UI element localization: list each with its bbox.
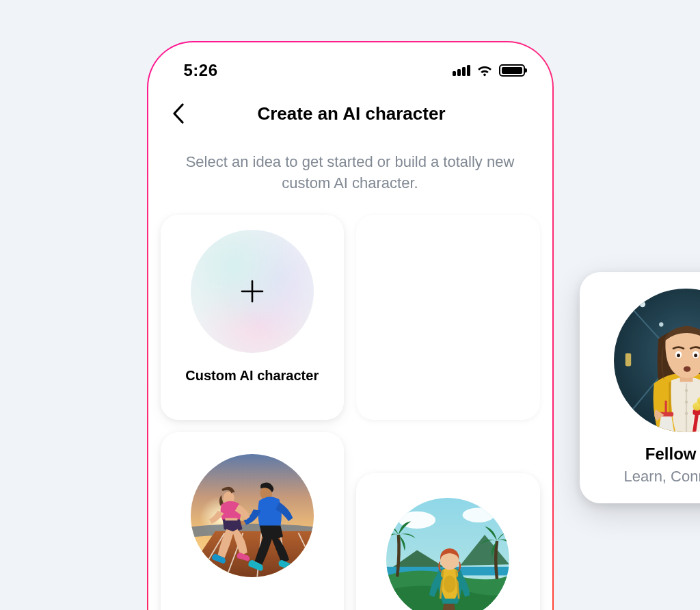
card-runners[interactable] xyxy=(161,432,345,610)
wifi-icon xyxy=(476,64,493,77)
avatar-runners xyxy=(191,454,314,577)
svg-point-36 xyxy=(694,354,697,357)
custom-avatar-gradient xyxy=(191,230,314,353)
card-explorer[interactable] xyxy=(356,473,540,610)
svg-point-24 xyxy=(659,322,663,326)
svg-rect-9 xyxy=(225,518,237,520)
card-title: Custom AI character xyxy=(185,368,319,384)
status-time: 5:26 xyxy=(184,61,218,80)
svg-point-22 xyxy=(639,302,645,307)
svg-point-29 xyxy=(684,389,687,392)
svg-rect-26 xyxy=(625,354,630,367)
cellular-signal-icon xyxy=(453,65,470,76)
card-fellow-fan-base[interactable] xyxy=(356,215,540,420)
card-fellow-fan[interactable]: Fellow fan Learn, Connection xyxy=(580,272,701,503)
svg-point-31 xyxy=(684,412,687,415)
page-title: Create an AI character xyxy=(204,103,499,124)
svg-rect-39 xyxy=(664,401,667,414)
back-button[interactable] xyxy=(165,100,192,127)
phone-screen: 5:26 xyxy=(148,42,552,610)
svg-point-30 xyxy=(684,401,687,403)
svg-point-14 xyxy=(444,575,456,592)
card-tags: Learn, Connection xyxy=(624,468,700,486)
card-title: Fellow fan xyxy=(645,445,700,464)
avatar-fellow-fan xyxy=(614,289,701,432)
svg-point-12 xyxy=(463,507,495,522)
svg-point-37 xyxy=(683,366,690,371)
status-bar: 5:26 xyxy=(148,42,552,83)
plus-icon xyxy=(239,278,265,304)
chevron-left-icon xyxy=(171,103,186,124)
svg-point-35 xyxy=(676,354,679,357)
character-grid: Custom AI character xyxy=(148,215,552,610)
phone-frame: 5:26 xyxy=(147,41,554,610)
page-header: Create an AI character xyxy=(148,83,552,131)
battery-icon xyxy=(499,64,525,77)
avatar-explorer xyxy=(386,498,509,610)
page-subtitle: Select an idea to get started or build a… xyxy=(148,131,552,215)
card-custom-character[interactable]: Custom AI character xyxy=(161,215,345,420)
status-icons xyxy=(453,64,525,77)
